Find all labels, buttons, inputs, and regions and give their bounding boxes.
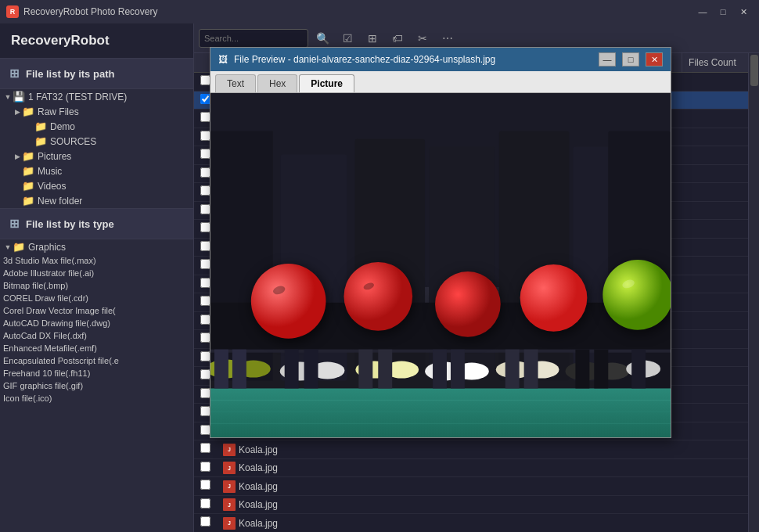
sidebar-app-name: RecoveryRobot <box>0 23 193 59</box>
dialog-maximize-btn[interactable]: □ <box>622 52 639 66</box>
check-button[interactable]: ☑ <box>336 27 358 49</box>
svg-rect-39 <box>304 349 318 388</box>
table-row[interactable]: J Koala.jpg <box>194 477 759 496</box>
type-3dsmax-label: 3d Studio Max file(.max) <box>3 256 96 265</box>
svg-point-30 <box>344 262 412 331</box>
pictures-folder[interactable]: ▶ 📁 Pictures <box>0 149 193 164</box>
row-checkbox-cell[interactable] <box>194 514 217 533</box>
minimize-button[interactable]: — <box>693 4 712 20</box>
sources-folder[interactable]: 📁 SOURCES <box>0 134 193 149</box>
row-checkbox[interactable] <box>200 498 210 509</box>
dialog-minimize-btn[interactable]: — <box>599 52 616 66</box>
demo-folder[interactable]: 📁 Demo <box>0 119 193 134</box>
row-checkbox-cell[interactable] <box>194 440 217 459</box>
new-folder-icon: 📁 <box>22 195 34 207</box>
row-name: J Koala.jpg <box>217 440 423 459</box>
content-area: 🔍 ☑ ⊞ 🏷 ✂ ⋯ Name ↕ Size File Type Modifi… <box>194 23 759 532</box>
sources-label: SOURCES <box>50 136 96 147</box>
svg-rect-41 <box>378 349 392 388</box>
videos-arrow <box>13 182 22 191</box>
svg-rect-36 <box>214 349 228 388</box>
svg-rect-24 <box>210 388 671 437</box>
dialog-icon: 🖼 <box>218 54 228 65</box>
file-thumb: J <box>223 498 236 511</box>
row-type <box>490 458 555 477</box>
type-emf[interactable]: Enhanced Metafile(.emf) <box>0 342 193 354</box>
grid-button[interactable]: ⊞ <box>362 27 383 49</box>
dialog-close-btn[interactable]: ✕ <box>646 52 663 66</box>
type-cdrv[interactable]: Corel Draw Vector Image file( <box>0 304 193 317</box>
search-button[interactable]: 🔍 <box>311 27 333 49</box>
tab-text[interactable]: Text <box>215 74 256 92</box>
scrollbar-thumb[interactable] <box>750 55 758 86</box>
videos-folder-icon: 📁 <box>22 180 34 192</box>
window-controls: — □ ✕ <box>693 4 753 20</box>
row-checkbox[interactable] <box>200 480 210 490</box>
row-size <box>423 477 490 496</box>
drive-item[interactable]: ▼ 💾 1 FAT32 (TEST DRIVE) <box>0 89 193 104</box>
table-row[interactable]: J Koala.jpg <box>194 440 759 459</box>
file-preview-dialog[interactable]: 🖼 File Preview - daniel-alvarez-sanchez-… <box>210 47 671 438</box>
dialog-titlebar: 🖼 File Preview - daniel-alvarez-sanchez-… <box>210 48 671 71</box>
type-cdr[interactable]: COREL Draw file(.cdr) <box>0 292 193 304</box>
drive-icon: 💾 <box>13 91 25 102</box>
music-folder-icon: 📁 <box>22 165 34 177</box>
svg-rect-45 <box>524 349 538 388</box>
row-checkbox[interactable] <box>200 516 210 527</box>
videos-label: Videos <box>38 181 66 192</box>
svg-rect-47 <box>594 349 608 388</box>
type-gif[interactable]: GIF graphics file(.gif) <box>0 379 193 392</box>
type-fh11[interactable]: Freehand 10 file(.fh11) <box>0 367 193 379</box>
type-ai-label: Adobe Illustrator file(.ai) <box>3 268 94 278</box>
graphics-group[interactable]: ▼ 📁 Graphics <box>0 239 193 254</box>
close-button[interactable]: ✕ <box>734 4 753 20</box>
row-type <box>490 495 555 514</box>
drive-label: 1 FAT32 (TEST DRIVE) <box>28 92 127 102</box>
raw-files-item[interactable]: ▶ 📁 Raw Files <box>0 104 193 119</box>
type-dwg-label: AutoCAD Drawing file(.dwg) <box>3 318 110 328</box>
type-bmp[interactable]: Bitmap file(.bmp) <box>0 279 193 292</box>
svg-rect-46 <box>575 349 589 388</box>
type-eps[interactable]: Encapsulated Postscript file(.e <box>0 354 193 367</box>
search-input[interactable] <box>199 29 308 48</box>
type-dwg[interactable]: AutoCAD Drawing file(.dwg) <box>0 317 193 329</box>
type-ico[interactable]: Icon file(.ico) <box>0 392 193 404</box>
cut-button[interactable]: ✂ <box>412 27 433 49</box>
row-checkbox[interactable] <box>200 462 210 472</box>
type-ai[interactable]: Adobe Illustrator file(.ai) <box>0 267 193 279</box>
row-checkbox-cell[interactable] <box>194 458 217 477</box>
sidebar-path-header[interactable]: ⊞ File list by its path <box>0 59 193 89</box>
svg-rect-40 <box>358 349 372 388</box>
demo-arrow <box>25 122 34 131</box>
table-row[interactable]: J Koala.jpg <box>194 514 759 533</box>
maximize-button[interactable]: □ <box>714 4 732 20</box>
svg-point-32 <box>435 271 501 336</box>
table-row[interactable]: J Koala.jpg <box>194 458 759 477</box>
demo-label: Demo <box>50 121 75 132</box>
music-folder[interactable]: 📁 Music <box>0 164 193 178</box>
type-bmp-label: Bitmap file(.bmp) <box>3 281 68 290</box>
type-3dsmax[interactable]: 3d Studio Max file(.max) <box>0 254 193 267</box>
videos-folder[interactable]: 📁 Videos <box>0 178 193 193</box>
type-section-icon: ⊞ <box>9 217 20 231</box>
svg-rect-48 <box>631 349 646 388</box>
scrollbar[interactable] <box>748 53 759 532</box>
drive-arrow: ▼ <box>3 92 13 102</box>
row-checkbox[interactable] <box>200 443 210 453</box>
row-checkbox-cell[interactable] <box>194 477 217 496</box>
row-modified <box>555 514 682 533</box>
type-dxf[interactable]: AutoCad DX File(.dxf) <box>0 329 193 342</box>
app-name-label: RecoveryRobot <box>11 33 110 48</box>
sidebar-type-header[interactable]: ⊞ File list by its type <box>0 209 193 239</box>
type-cdr-label: COREL Draw file(.cdr) <box>3 293 88 303</box>
tab-hex[interactable]: Hex <box>257 74 297 92</box>
row-checkbox-cell[interactable] <box>194 495 217 514</box>
tab-picture[interactable]: Picture <box>299 74 354 92</box>
more-button[interactable]: ⋯ <box>437 27 459 49</box>
main-container: RecoveryRobot ⊞ File list by its path ▼ … <box>0 23 759 532</box>
new-folder[interactable]: 📁 New folder <box>0 193 193 208</box>
table-row[interactable]: J Koala.jpg <box>194 495 759 514</box>
type-gif-label: GIF graphics file(.gif) <box>3 381 83 390</box>
sources-arrow <box>25 137 34 146</box>
tag-button[interactable]: 🏷 <box>387 27 408 49</box>
